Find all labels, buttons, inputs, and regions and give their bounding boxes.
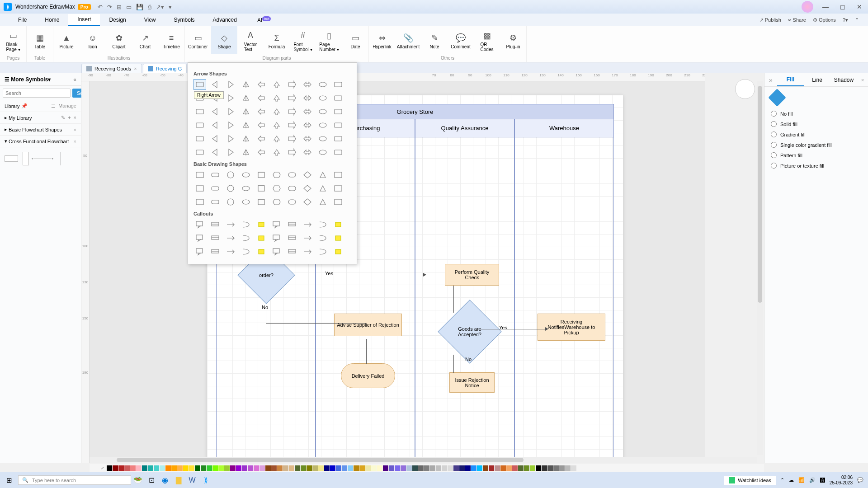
basic-shape-cell[interactable] — [270, 197, 283, 207]
callout-shape-cell[interactable] — [270, 219, 283, 230]
callout-shape-cell[interactable] — [240, 219, 252, 230]
color-swatch[interactable] — [312, 465, 318, 471]
fill-radio[interactable] — [771, 142, 777, 148]
callout-shape-cell[interactable] — [316, 246, 329, 257]
new-icon[interactable]: ⊞ — [117, 4, 122, 10]
menu-design[interactable]: Design — [100, 14, 135, 25]
cat-basic[interactable]: Basic Flowchart Shapes — [9, 127, 62, 132]
callout-shape-cell[interactable] — [286, 219, 298, 230]
fill-option[interactable]: No fill — [771, 108, 862, 119]
start-button[interactable]: ⊞ — [0, 476, 18, 484]
ribbon-picture[interactable]: ▲Picture — [53, 26, 80, 54]
color-swatch[interactable] — [207, 465, 212, 471]
fill-option[interactable]: Pattern fill — [771, 150, 862, 160]
basic-shape-cell[interactable] — [209, 197, 222, 207]
color-swatch[interactable] — [242, 465, 247, 471]
basic-shape-cell[interactable] — [224, 183, 237, 194]
print-icon[interactable]: ⎙ — [148, 4, 151, 10]
callout-shape-cell[interactable] — [316, 219, 329, 230]
share-link[interactable]: ∞ Share — [786, 17, 808, 23]
collapse-ribbon-icon[interactable]: ⌃ — [853, 17, 861, 23]
arrow-shape-cell[interactable] — [209, 120, 222, 131]
arrow-shape-cell[interactable] — [301, 133, 314, 144]
shape-thumb[interactable]: ◦◦ — [33, 159, 52, 165]
basic-shape-cell[interactable] — [255, 197, 268, 207]
callout-shape-cell[interactable] — [255, 219, 268, 230]
tray-up-icon[interactable]: ⌃ — [780, 477, 784, 483]
basic-shape-cell[interactable] — [240, 197, 252, 207]
basic-shape-cell[interactable] — [316, 197, 329, 207]
arrow-shape-cell[interactable] — [209, 106, 222, 117]
menu-insert[interactable]: Insert — [68, 14, 100, 26]
color-swatch[interactable] — [118, 465, 124, 471]
callout-shape-cell[interactable] — [193, 246, 206, 257]
arrow-shape-cell[interactable] — [316, 106, 329, 117]
arrow-shape-cell[interactable] — [270, 79, 283, 90]
ribbon-icon[interactable]: ☺Icon — [80, 26, 106, 54]
callout-shape-cell[interactable] — [286, 233, 298, 244]
arrow-shape-cell[interactable] — [332, 93, 344, 103]
color-swatch[interactable] — [412, 465, 418, 471]
fill-option[interactable]: Picture or texture fill — [771, 160, 862, 171]
word-icon[interactable]: W — [185, 476, 199, 484]
tray-cloud-icon[interactable]: ☁ — [789, 477, 794, 483]
options-link[interactable]: ⚙ Options — [811, 17, 838, 23]
callout-shape-cell[interactable] — [193, 233, 206, 244]
color-swatch[interactable] — [336, 465, 341, 471]
callout-shape-cell[interactable] — [193, 219, 206, 230]
fill-radio[interactable] — [771, 121, 777, 127]
callout-shape-cell[interactable] — [301, 219, 314, 230]
arrow-shape-cell[interactable] — [209, 79, 222, 90]
qat-more-icon[interactable]: ▾ — [169, 4, 172, 10]
arrow-shape-cell[interactable] — [332, 147, 344, 158]
arrow-shape-cell[interactable] — [316, 147, 329, 158]
clock[interactable]: 02:0625-09-2023 — [830, 475, 853, 486]
arrow-shape-cell[interactable] — [270, 106, 283, 117]
search-input[interactable] — [3, 89, 71, 98]
arrow-shape-cell[interactable] — [240, 79, 252, 90]
color-swatch[interactable] — [424, 465, 429, 471]
basic-shape-cell[interactable] — [286, 183, 298, 194]
color-swatch[interactable] — [289, 465, 294, 471]
minimize-icon[interactable]: — — [820, 3, 831, 10]
basic-shape-cell[interactable] — [240, 183, 252, 194]
arrow-shape-cell[interactable] — [286, 133, 298, 144]
arrow-shape-cell[interactable] — [209, 147, 222, 158]
ribbon-timeline[interactable]: ≡Timeline — [158, 26, 184, 54]
menu-home[interactable]: Home — [36, 14, 68, 25]
arrow-shape-cell[interactable] — [224, 106, 237, 117]
color-swatch[interactable] — [136, 465, 142, 471]
color-swatch[interactable] — [536, 465, 541, 471]
fill-radio[interactable] — [771, 163, 777, 169]
node-advise[interactable]: Advise Supplier of Rejection — [334, 314, 402, 336]
arrow-shape-cell[interactable] — [255, 120, 268, 131]
basic-shape-cell[interactable] — [286, 197, 298, 207]
callout-shape-cell[interactable] — [332, 233, 344, 244]
mylib-edit-icon[interactable]: ✎ — [61, 115, 65, 121]
menu-ai[interactable]: AIhot — [248, 14, 280, 26]
basic-shape-cell[interactable] — [209, 169, 222, 180]
close-panel-icon[interactable]: × — [857, 77, 868, 83]
basic-shape-cell[interactable] — [193, 169, 206, 180]
ribbon-shape[interactable]: ◇Shape — [211, 26, 237, 54]
arrow-shape-cell[interactable] — [224, 93, 237, 103]
cat-expand-icon[interactable]: ▾ — [5, 138, 9, 144]
fill-option[interactable]: Solid fill — [771, 119, 862, 129]
save-icon[interactable]: 💾 — [136, 4, 143, 10]
color-swatch[interactable] — [547, 465, 553, 471]
doc-tab-2[interactable]: Receving G — [143, 64, 187, 73]
color-swatch[interactable] — [354, 465, 359, 471]
color-swatch[interactable] — [442, 465, 447, 471]
lane-warehouse[interactable]: Warehouse — [514, 119, 614, 137]
explorer-icon[interactable]: ▇ — [172, 476, 185, 484]
callout-shape-cell[interactable] — [209, 233, 222, 244]
color-swatch[interactable] — [524, 465, 529, 471]
arrow-shape-cell[interactable] — [316, 120, 329, 131]
color-swatch[interactable] — [489, 465, 494, 471]
ribbon-clipart[interactable]: ✿Clipart — [106, 26, 132, 54]
arrow-shape-cell[interactable] — [224, 147, 237, 158]
color-swatch[interactable] — [330, 465, 335, 471]
color-swatch[interactable] — [530, 465, 535, 471]
color-swatch[interactable] — [218, 465, 224, 471]
color-swatch[interactable] — [459, 465, 465, 471]
